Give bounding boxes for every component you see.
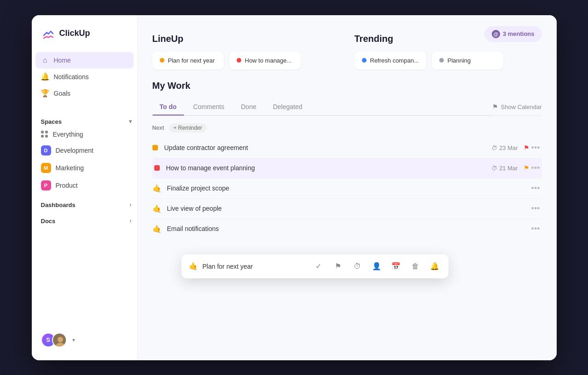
clock-icon: ⏱	[491, 144, 497, 151]
sidebar-item-product[interactable]: P Product	[35, 177, 134, 194]
docs-section[interactable]: Docs ›	[32, 214, 137, 226]
work-content: Next + Reminder Update contractor agreem…	[152, 123, 542, 239]
avatar-group: S	[41, 333, 67, 347]
more-options-icon[interactable]: •••	[530, 204, 542, 213]
task-date: ⏱ 21 Mar	[491, 165, 518, 172]
tab-comments[interactable]: Comments	[186, 98, 232, 115]
trending-cards: Refresh compan... Planning	[355, 52, 542, 69]
person-action-button[interactable]: 👤	[370, 260, 383, 273]
tab-todo[interactable]: To do	[152, 98, 184, 115]
at-icon: @	[492, 30, 500, 38]
task-status-dot	[154, 165, 160, 171]
trending-card-2[interactable]: Planning	[432, 52, 503, 69]
bell-icon: 🔔	[41, 73, 49, 81]
task-meta: ⏱ 21 Mar ⚑	[491, 164, 529, 172]
lineup-cards: Plan for next year How to manage...	[152, 52, 340, 69]
app-name: ClickUp	[59, 29, 90, 38]
lineup-card-1[interactable]: Plan for next year	[152, 52, 224, 69]
grid-icon	[41, 131, 48, 138]
chevron-right-icon: ›	[130, 202, 132, 208]
tooltip-actions: ✓ ⚑ ⏱ 👤 📅 🗑 🔔	[312, 260, 441, 273]
sidebar-item-goals[interactable]: 🏆 Goals	[35, 85, 134, 102]
flag-action-button[interactable]: ⚑	[332, 260, 344, 273]
more-options-icon[interactable]: •••	[530, 163, 542, 173]
sidebar-item-marketing[interactable]: M Marketing	[35, 159, 134, 177]
tab-done[interactable]: Done	[233, 98, 263, 115]
spaces-header: Spaces ▾	[32, 115, 137, 127]
table-row: Update contractor agreement ⏱ 23 Mar ⚑ •…	[152, 138, 542, 158]
task-meta: ⏱ 23 Mar ⚑	[491, 144, 529, 151]
more-options-icon[interactable]: •••	[530, 224, 542, 234]
home-icon: ⌂	[41, 56, 49, 64]
flag-icon-red: ⚑	[524, 144, 530, 151]
tooltip-task-name: 🤙 Plan for next year	[189, 262, 305, 271]
clock-icon: ⏱	[491, 165, 497, 172]
task-date: ⏱ 23 Mar	[491, 144, 518, 151]
sidebar-item-notifications[interactable]: 🔔 Notifications	[35, 69, 134, 85]
flag-icon-orange: ⚑	[524, 164, 530, 172]
table-row: 🤙 Finalize project scope •••	[152, 179, 542, 199]
tooltip-popup: 🤙 Plan for next year ✓ ⚑ ⏱ 👤 📅 🗑 🔔	[181, 254, 448, 278]
status-dot-orange	[160, 58, 164, 63]
chevron-right-icon: ›	[130, 218, 132, 224]
logo: ClickUp	[32, 26, 137, 52]
tooltip-emoji: 🤙	[189, 262, 198, 271]
sidebar-item-home[interactable]: ⌂ Home	[35, 52, 134, 69]
task-name: Email notifications	[167, 225, 530, 232]
tabs: To do Comments Done Delegated	[152, 98, 492, 115]
sidebar-item-everything[interactable]: Everything	[35, 127, 134, 142]
nav-items: ⌂ Home 🔔 Notifications 🏆 Goals	[32, 52, 137, 102]
sidebar: ClickUp ⌂ Home 🔔 Notifications 🏆 Goals S…	[32, 15, 138, 360]
sidebar-item-development[interactable]: D Development	[35, 142, 134, 159]
task-name: How to manage event planning	[166, 164, 492, 172]
lineup-title: LineUp	[152, 34, 340, 44]
lineup-section: LineUp Plan for next year How to manage.…	[152, 34, 340, 69]
main-content: @ 3 mentions LineUp Plan for next year H…	[138, 15, 557, 360]
sidebar-footer: S ▾	[32, 327, 137, 353]
lineup-card-2[interactable]: How to manage...	[229, 52, 301, 69]
task-name: Live view of people	[167, 205, 530, 212]
task-emoji: 🤙	[152, 204, 162, 213]
trending-card-1[interactable]: Refresh compan...	[355, 52, 426, 69]
avatar-img	[52, 333, 67, 347]
table-row: 🤙 Email notifications •••	[152, 219, 542, 239]
task-name: Update contractor agreement	[164, 144, 492, 151]
user-menu-chevron: ▾	[72, 337, 75, 343]
my-work-header: My Work	[152, 81, 542, 98]
my-work-section: My Work To do Comments Done Delegated ⚑ …	[152, 81, 542, 360]
task-emoji: 🤙	[152, 224, 162, 233]
more-options-icon[interactable]: •••	[530, 143, 542, 153]
marketing-badge: M	[41, 163, 51, 173]
bell-action-button[interactable]: 🔔	[428, 260, 441, 273]
next-label: Next + Reminder	[152, 123, 542, 133]
status-dot-red	[237, 58, 241, 63]
trophy-icon: 🏆	[41, 89, 49, 98]
status-dot-blue	[362, 58, 367, 63]
product-badge: P	[41, 180, 51, 190]
my-work-title: My Work	[152, 81, 191, 91]
table-row: How to manage event planning ⏱ 21 Mar ⚑ …	[152, 158, 542, 179]
table-row: 🤙 Live view of people •••	[152, 199, 542, 219]
development-badge: D	[41, 145, 51, 156]
task-emoji: 🤙	[152, 184, 162, 193]
reminder-button[interactable]: + Reminder	[169, 123, 207, 133]
task-name: Finalize project scope	[167, 185, 530, 192]
trash-action-button[interactable]: 🗑	[409, 260, 422, 273]
dashboards-section[interactable]: Dashboards ›	[32, 198, 137, 210]
task-status-dot	[152, 145, 158, 150]
svg-point-1	[58, 337, 63, 342]
show-calendar-button[interactable]: ⚑ Show Calendar	[492, 103, 542, 110]
check-action-button[interactable]: ✓	[312, 260, 325, 273]
clock-action-button[interactable]: ⏱	[351, 260, 364, 273]
tab-delegated[interactable]: Delegated	[266, 98, 310, 115]
chevron-down-icon: ▾	[129, 118, 132, 125]
calendar-action-button[interactable]: 📅	[390, 260, 402, 273]
more-options-icon[interactable]: •••	[530, 184, 542, 193]
flag-calendar-icon: ⚑	[492, 103, 498, 110]
mentions-button[interactable]: @ 3 mentions	[484, 26, 542, 42]
top-bar: @ 3 mentions	[484, 26, 542, 42]
status-dot-gray	[439, 58, 444, 63]
